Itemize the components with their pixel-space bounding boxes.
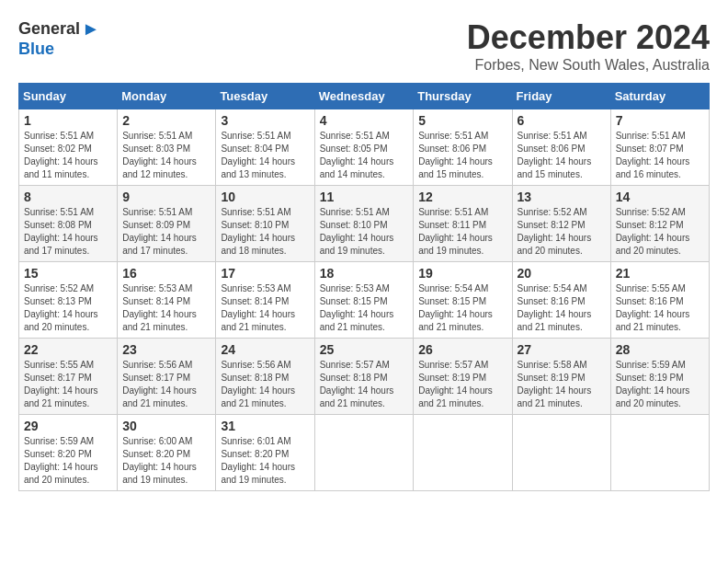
day-number: 11 — [320, 190, 409, 204]
calendar-week-row: 29Sunrise: 5:59 AM Sunset: 8:20 PM Dayli… — [19, 415, 710, 491]
day-number: 14 — [616, 190, 704, 204]
day-number: 18 — [320, 266, 409, 281]
day-info: Sunrise: 5:54 AM Sunset: 8:15 PM Dayligh… — [418, 282, 506, 334]
day-info: Sunrise: 5:55 AM Sunset: 8:16 PM Dayligh… — [616, 282, 704, 334]
day-info: Sunrise: 5:53 AM Sunset: 8:14 PM Dayligh… — [221, 282, 309, 334]
day-info: Sunrise: 5:54 AM Sunset: 8:16 PM Dayligh… — [518, 282, 606, 334]
logo: General ► Blue — [18, 18, 100, 59]
calendar-cell — [512, 415, 610, 491]
calendar-cell: 16Sunrise: 5:53 AM Sunset: 8:14 PM Dayli… — [118, 262, 216, 339]
calendar-cell: 5Sunrise: 5:51 AM Sunset: 8:06 PM Daylig… — [414, 109, 512, 186]
calendar-cell — [414, 415, 512, 491]
calendar-cell: 24Sunrise: 5:56 AM Sunset: 8:18 PM Dayli… — [216, 339, 314, 415]
day-info: Sunrise: 5:53 AM Sunset: 8:14 PM Dayligh… — [122, 282, 210, 334]
calendar-cell: 11Sunrise: 5:51 AM Sunset: 8:10 PM Dayli… — [314, 186, 414, 262]
main-title: December 2024 — [467, 18, 710, 57]
title-section: December 2024 Forbes, New South Wales, A… — [467, 18, 710, 74]
calendar-table: SundayMondayTuesdayWednesdayThursdayFrid… — [18, 83, 710, 491]
logo-blue: Blue — [18, 40, 54, 59]
day-number: 31 — [221, 419, 309, 433]
day-info: Sunrise: 5:57 AM Sunset: 8:19 PM Dayligh… — [418, 359, 506, 410]
subtitle: Forbes, New South Wales, Australia — [467, 57, 710, 74]
calendar-cell — [610, 415, 709, 491]
day-number: 8 — [24, 190, 112, 204]
calendar-week-row: 15Sunrise: 5:52 AM Sunset: 8:13 PM Dayli… — [19, 262, 710, 339]
day-info: Sunrise: 5:51 AM Sunset: 8:10 PM Dayligh… — [320, 206, 409, 258]
day-info: Sunrise: 5:52 AM Sunset: 8:13 PM Dayligh… — [24, 282, 112, 334]
day-info: Sunrise: 5:51 AM Sunset: 8:06 PM Dayligh… — [518, 130, 606, 181]
day-info: Sunrise: 5:53 AM Sunset: 8:15 PM Dayligh… — [320, 282, 409, 334]
calendar-cell: 19Sunrise: 5:54 AM Sunset: 8:15 PM Dayli… — [414, 262, 512, 339]
day-number: 23 — [122, 342, 210, 357]
day-number: 5 — [418, 113, 506, 128]
calendar-cell: 26Sunrise: 5:57 AM Sunset: 8:19 PM Dayli… — [414, 339, 512, 415]
day-number: 20 — [518, 266, 606, 281]
calendar-week-row: 22Sunrise: 5:55 AM Sunset: 8:17 PM Dayli… — [19, 339, 710, 415]
day-info: Sunrise: 6:01 AM Sunset: 8:20 PM Dayligh… — [221, 435, 309, 487]
header-row: SundayMondayTuesdayWednesdayThursdayFrid… — [19, 84, 710, 109]
calendar-cell: 15Sunrise: 5:52 AM Sunset: 8:13 PM Dayli… — [19, 262, 118, 339]
calendar-cell: 8Sunrise: 5:51 AM Sunset: 8:08 PM Daylig… — [19, 186, 118, 262]
logo-bird-icon: ► — [82, 18, 100, 40]
day-info: Sunrise: 6:00 AM Sunset: 8:20 PM Dayligh… — [122, 435, 210, 487]
calendar-cell: 30Sunrise: 6:00 AM Sunset: 8:20 PM Dayli… — [118, 415, 216, 491]
day-number: 27 — [518, 342, 606, 357]
day-number: 17 — [221, 266, 309, 281]
calendar-header: SundayMondayTuesdayWednesdayThursdayFrid… — [19, 84, 710, 109]
day-info: Sunrise: 5:51 AM Sunset: 8:02 PM Dayligh… — [24, 130, 112, 181]
calendar-cell: 22Sunrise: 5:55 AM Sunset: 8:17 PM Dayli… — [19, 339, 118, 415]
day-info: Sunrise: 5:57 AM Sunset: 8:18 PM Dayligh… — [320, 359, 409, 410]
day-info: Sunrise: 5:51 AM Sunset: 8:03 PM Dayligh… — [122, 130, 210, 181]
day-info: Sunrise: 5:51 AM Sunset: 8:05 PM Dayligh… — [320, 130, 409, 181]
day-number: 21 — [616, 266, 704, 281]
calendar-cell: 23Sunrise: 5:56 AM Sunset: 8:17 PM Dayli… — [118, 339, 216, 415]
calendar-body: 1Sunrise: 5:51 AM Sunset: 8:02 PM Daylig… — [19, 109, 710, 491]
weekday-header: Monday — [118, 84, 216, 109]
day-number: 19 — [418, 266, 506, 281]
day-number: 4 — [320, 113, 409, 128]
day-number: 13 — [518, 190, 606, 204]
day-info: Sunrise: 5:51 AM Sunset: 8:09 PM Dayligh… — [122, 206, 210, 258]
header: General ► Blue December 2024 Forbes, New… — [18, 18, 710, 74]
day-info: Sunrise: 5:55 AM Sunset: 8:17 PM Dayligh… — [24, 359, 112, 410]
calendar-cell: 6Sunrise: 5:51 AM Sunset: 8:06 PM Daylig… — [512, 109, 610, 186]
day-number: 26 — [418, 342, 506, 357]
day-info: Sunrise: 5:51 AM Sunset: 8:10 PM Dayligh… — [221, 206, 309, 258]
day-number: 30 — [122, 419, 210, 433]
day-info: Sunrise: 5:56 AM Sunset: 8:18 PM Dayligh… — [221, 359, 309, 410]
day-number: 10 — [221, 190, 309, 204]
calendar-cell: 1Sunrise: 5:51 AM Sunset: 8:02 PM Daylig… — [19, 109, 118, 186]
day-info: Sunrise: 5:51 AM Sunset: 8:04 PM Dayligh… — [221, 130, 309, 181]
day-number: 28 — [616, 342, 704, 357]
calendar-cell — [314, 415, 414, 491]
weekday-header: Friday — [512, 84, 610, 109]
calendar-cell: 17Sunrise: 5:53 AM Sunset: 8:14 PM Dayli… — [216, 262, 314, 339]
day-info: Sunrise: 5:52 AM Sunset: 8:12 PM Dayligh… — [518, 206, 606, 258]
calendar-week-row: 8Sunrise: 5:51 AM Sunset: 8:08 PM Daylig… — [19, 186, 710, 262]
day-number: 25 — [320, 342, 409, 357]
day-number: 1 — [24, 113, 112, 128]
day-info: Sunrise: 5:52 AM Sunset: 8:12 PM Dayligh… — [616, 206, 704, 258]
calendar-cell: 7Sunrise: 5:51 AM Sunset: 8:07 PM Daylig… — [610, 109, 709, 186]
day-number: 29 — [24, 419, 112, 433]
weekday-header: Wednesday — [314, 84, 414, 109]
day-number: 9 — [122, 190, 210, 204]
calendar-cell: 10Sunrise: 5:51 AM Sunset: 8:10 PM Dayli… — [216, 186, 314, 262]
day-number: 12 — [418, 190, 506, 204]
weekday-header: Sunday — [19, 84, 118, 109]
calendar-cell: 13Sunrise: 5:52 AM Sunset: 8:12 PM Dayli… — [512, 186, 610, 262]
day-info: Sunrise: 5:56 AM Sunset: 8:17 PM Dayligh… — [122, 359, 210, 410]
weekday-header: Thursday — [414, 84, 512, 109]
calendar-cell: 25Sunrise: 5:57 AM Sunset: 8:18 PM Dayli… — [314, 339, 414, 415]
day-number: 2 — [122, 113, 210, 128]
weekday-header: Tuesday — [216, 84, 314, 109]
day-number: 3 — [221, 113, 309, 128]
calendar-cell: 2Sunrise: 5:51 AM Sunset: 8:03 PM Daylig… — [118, 109, 216, 186]
day-number: 22 — [24, 342, 112, 357]
calendar-cell: 3Sunrise: 5:51 AM Sunset: 8:04 PM Daylig… — [216, 109, 314, 186]
weekday-header: Saturday — [610, 84, 709, 109]
calendar-cell: 4Sunrise: 5:51 AM Sunset: 8:05 PM Daylig… — [314, 109, 414, 186]
day-number: 7 — [616, 113, 704, 128]
day-info: Sunrise: 5:51 AM Sunset: 8:11 PM Dayligh… — [418, 206, 506, 258]
day-info: Sunrise: 5:51 AM Sunset: 8:07 PM Dayligh… — [616, 130, 704, 181]
